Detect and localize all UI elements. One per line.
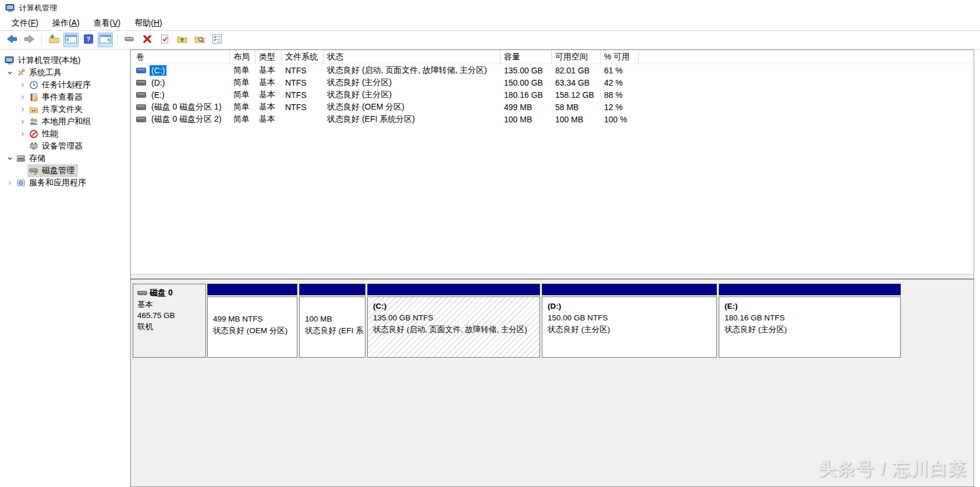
delete-icon [143, 34, 152, 46]
column-header-type[interactable]: 类型 [255, 50, 282, 63]
help-button[interactable]: ? [80, 33, 96, 48]
console-tree-toggle-icon [65, 34, 77, 46]
shared-folders-icon [29, 105, 38, 114]
column-header-volume[interactable]: 卷 [131, 50, 230, 63]
volume-percent-free: 88 % [601, 90, 639, 100]
export-list-button[interactable] [46, 33, 62, 48]
disk-status: 联机 [137, 321, 201, 332]
sidebar-item-shared-folders[interactable]: 共享文件夹 [0, 103, 130, 115]
sidebar-item-performance[interactable]: 性能 [0, 128, 130, 140]
volume-name: (D:) [150, 77, 166, 88]
sidebar-item-local-users-groups[interactable]: 本地用户和组 [0, 115, 130, 128]
console-tree-toggle-button[interactable] [63, 33, 79, 47]
disk-0-panel[interactable]: 磁盘 0 基本 465.75 GB 联机 [133, 284, 206, 358]
column-header-layout[interactable]: 布局 [230, 50, 255, 63]
menu-bar: 文件(F) 操作(A) 查看(V) 帮助(H) [0, 16, 980, 31]
volume-row-e[interactable]: (E:) 简单 基本 NTFS 状态良好 (主分区) 180.16 GB 158… [131, 89, 974, 101]
partition-color-bar [367, 284, 540, 295]
window-title: 计算机管理 [19, 3, 57, 13]
partition-block-d[interactable]: (D:) 150.00 GB NTFS 状态良好 (主分区) [542, 284, 717, 358]
sidebar-item-device-manager[interactable]: 设备管理器 [0, 140, 130, 152]
sidebar-item-label: 共享文件夹 [42, 104, 83, 115]
sidebar-item-event-viewer[interactable]: 事件查看器 [0, 91, 130, 103]
forward-button[interactable] [22, 33, 37, 48]
column-header-free-space[interactable]: 可用空间 [552, 50, 601, 63]
volume-free-space: 58 MB [552, 103, 601, 112]
volume-icon [136, 103, 146, 112]
chevron-right-icon[interactable] [17, 105, 27, 114]
sidebar-item-computer-management[interactable]: 计算机管理(本地) [0, 54, 130, 66]
partition-status-line: 状态良好 (主分区) [725, 324, 895, 336]
column-header-percent-free[interactable]: % 可用 [601, 50, 639, 63]
volume-row-c[interactable]: (C:) 简单 基本 NTFS 状态良好 (启动, 页面文件, 故障转储, 主分… [131, 64, 974, 76]
volume-free-space: 63.34 GB [552, 78, 601, 87]
sidebar-item-label: 存储 [29, 153, 45, 164]
partition-size-line: 135.00 GB NTFS [373, 312, 534, 324]
disk-management-icon [29, 166, 38, 175]
partition-block-c[interactable]: (C:) 135.00 GB NTFS 状态良好 (启动, 页面文件, 故障转储… [367, 284, 540, 358]
partition-title: (C:) [373, 301, 534, 312]
volume-layout: 简单 [230, 65, 255, 76]
chevron-down-icon[interactable] [5, 68, 15, 77]
action-pane-toggle-button[interactable] [98, 33, 113, 47]
volume-row-partition-1[interactable]: (磁盘 0 磁盘分区 1) 简单 基本 NTFS 状态良好 (OEM 分区) 4… [131, 101, 974, 113]
device-manager-icon [29, 142, 38, 151]
checklist-icon [212, 34, 222, 46]
chevron-right-icon[interactable] [17, 129, 27, 139]
chevron-right-icon[interactable] [17, 80, 27, 90]
partition-color-bar [719, 284, 901, 295]
pane-splitter[interactable] [131, 274, 974, 280]
menu-help[interactable]: 帮助(H) [127, 17, 169, 30]
chevron-right-icon[interactable] [17, 93, 27, 102]
volume-row-partition-2[interactable]: (磁盘 0 磁盘分区 2) 简单 基本 状态良好 (EFI 系统分区) 100 … [131, 113, 974, 125]
forward-icon [24, 34, 35, 46]
volume-type: 基本 [255, 77, 282, 88]
check-document-button[interactable] [157, 33, 172, 48]
volume-filesystem: NTFS [282, 103, 324, 112]
column-header-filesystem[interactable]: 文件系统 [282, 50, 324, 63]
folder-search-button[interactable] [191, 33, 207, 48]
sidebar-item-storage[interactable]: 存储 [0, 152, 130, 164]
export-list-icon [49, 34, 59, 46]
partition-title: (D:) [548, 301, 711, 312]
help-icon: ? [84, 34, 93, 46]
volume-capacity: 180.16 GB [500, 90, 552, 100]
sidebar-item-system-tools[interactable]: 系统工具 [0, 66, 130, 79]
volume-capacity: 150.00 GB [500, 78, 552, 87]
chevron-right-icon[interactable] [5, 178, 15, 188]
checklist-button[interactable] [209, 33, 225, 48]
check-document-icon [160, 34, 169, 46]
volume-status: 状态良好 (主分区) [324, 90, 500, 100]
menu-view[interactable]: 查看(V) [87, 17, 128, 30]
back-button[interactable] [4, 33, 20, 48]
partition-block-efi[interactable]: 100 MB 状态良好 (EFI 系 [299, 284, 365, 358]
partition-block-oem[interactable]: 499 MB NTFS 状态良好 (OEM 分区) [207, 284, 297, 358]
column-header-capacity[interactable]: 容量 [500, 50, 552, 63]
folder-search-icon [194, 34, 205, 46]
watermark: 头条号 / 忘川白菜 [819, 457, 967, 481]
partition-color-bar [299, 284, 365, 295]
folder-up-button[interactable] [174, 33, 190, 48]
volume-name: (E:) [150, 90, 166, 100]
volume-filesystem: NTFS [282, 78, 324, 87]
partition-status-line: 状态良好 (EFI 系 [305, 325, 360, 337]
chevron-right-icon[interactable] [17, 117, 27, 126]
partition-block-e[interactable]: (E:) 180.16 GB NTFS 状态良好 (主分区) [719, 284, 901, 358]
volume-list-header: 卷 布局 类型 文件系统 状态 容量 可用空间 % 可用 [131, 50, 974, 64]
sidebar-item-label: 计算机管理(本地) [18, 55, 80, 66]
sidebar-item-disk-management[interactable]: 磁盘管理 [0, 164, 130, 177]
expander-spacer [17, 166, 27, 175]
disk-management-panel: 卷 布局 类型 文件系统 状态 容量 可用空间 % 可用 (C:) 简单 基本 … [130, 50, 974, 487]
volume-row-d[interactable]: (D:) 简单 基本 NTFS 状态良好 (主分区) 150.00 GB 63.… [131, 76, 974, 89]
back-icon [6, 34, 17, 46]
sidebar-item-services-applications[interactable]: 服务和应用程序 [0, 177, 130, 189]
sidebar-item-task-scheduler[interactable]: 任务计划程序 [0, 79, 130, 91]
column-header-filler [639, 50, 974, 63]
chevron-down-icon[interactable] [5, 154, 15, 163]
column-header-status[interactable]: 状态 [324, 50, 500, 63]
delete-button[interactable] [139, 33, 155, 48]
disk-tool-button[interactable] [122, 33, 137, 48]
menu-file[interactable]: 文件(F) [5, 17, 45, 30]
graphical-view: 磁盘 0 基本 465.75 GB 联机 499 MB NTFS 状态良好 (O… [131, 280, 974, 486]
menu-action[interactable]: 操作(A) [45, 17, 87, 30]
